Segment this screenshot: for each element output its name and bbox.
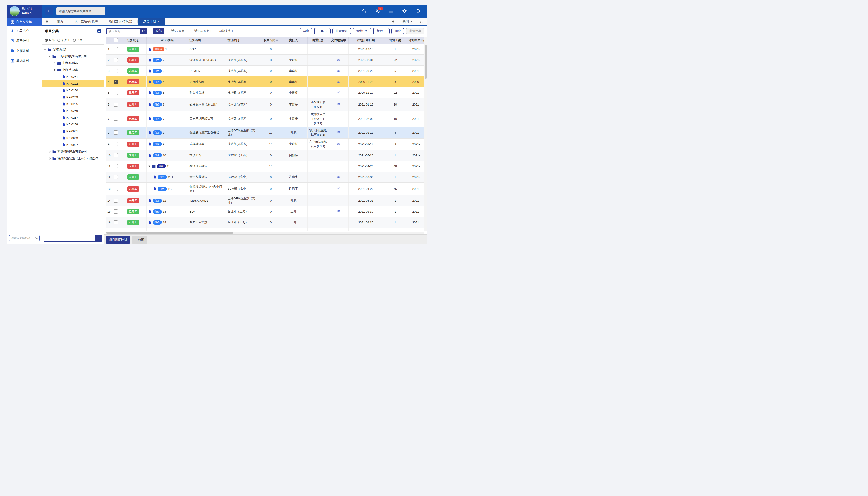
tree-item-上海-火花塞[interactable]: 上海-火花塞 (42, 66, 104, 73)
paperclip-icon[interactable] (337, 187, 340, 190)
vertical-scrollbar[interactable] (425, 36, 427, 231)
paperclip-icon[interactable] (337, 80, 340, 83)
toolbar-button-批量发布[interactable]: 批量发布 (332, 28, 351, 34)
sidebar-item-协同办公[interactable]: 协同办公 (7, 26, 42, 36)
column-header-WBS编码[interactable]: WBS编码 (146, 36, 188, 44)
global-search-input[interactable] (56, 7, 105, 15)
table-row[interactable]: 15已开工任务13ELV品证部（上海）0王卿2021-06-3012021- (106, 206, 424, 217)
select-all-checkbox[interactable] (114, 38, 118, 42)
paperclip-icon[interactable] (337, 103, 340, 106)
row-checkbox[interactable] (114, 47, 118, 51)
row-checkbox[interactable] (114, 69, 118, 73)
row-checkbox[interactable] (114, 187, 118, 191)
tabs-scroll-right-icon[interactable] (388, 18, 399, 26)
row-checkbox[interactable] (114, 130, 118, 135)
tree-caret-collapsed-icon[interactable] (53, 62, 56, 65)
messages-icon[interactable]: 6 (375, 9, 380, 14)
horizontal-scrollbar-thumb[interactable] (106, 232, 233, 234)
column-header-计划开始日期[interactable]: 计划开始日期 (348, 36, 383, 44)
column-header-交付物清单[interactable]: 交付物清单 (329, 36, 348, 44)
menu-icon[interactable] (388, 9, 394, 14)
row-checkbox[interactable] (114, 117, 118, 121)
tab-项目立项-火花塞[interactable]: 项目立项-火花塞 (69, 18, 103, 26)
paperclip-icon[interactable] (337, 130, 340, 134)
row-checkbox[interactable] (114, 142, 118, 146)
quick-search-input[interactable] (106, 28, 140, 34)
tree-item-KP-0249[interactable]: KP-0249 (42, 94, 104, 100)
quick-search-button[interactable] (140, 28, 147, 34)
table-row[interactable]: 5已开工任务5耐久件分析技术部(火花塞)0李建桥2020-12-17222021… (106, 87, 424, 98)
view-tab-项目进度计划[interactable]: 项目进度计划 (106, 236, 130, 244)
row-checkbox[interactable] (114, 164, 118, 168)
row-checkbox[interactable] (114, 199, 118, 203)
table-row[interactable]: 8已完工任务8营业发行量产准备书状上海OEM营业部（实业）10叶鹏客户承认图纸 … (106, 127, 424, 138)
vertical-scrollbar-thumb[interactable] (425, 45, 427, 79)
tab-项目立项-传感器[interactable]: 项目立项-传感器 (104, 18, 138, 26)
table-row[interactable]: 13未开工任务11.2物流模式确认（包含中间仓）SCM部（实业）0许腾宇2021… (106, 183, 424, 195)
tree-item-特殊陶业实业（上海）有限公司[interactable]: 特殊陶业实业（上海）有限公司 (42, 155, 104, 162)
column-header-责任部门[interactable]: 责任部门 (226, 36, 262, 44)
table-row[interactable]: 16已开工任务14客户工程监察品证部（上海）0王卿2021-06-3012021… (106, 217, 424, 228)
sidebar-item-项目计划[interactable]: 项目计划 (7, 36, 42, 46)
sidebar-item-基础资料[interactable]: 基础资料 (7, 56, 42, 66)
paperclip-icon[interactable] (337, 175, 340, 179)
avatar[interactable] (10, 6, 19, 16)
tree-item-KP-0001[interactable]: KP-0001 (42, 128, 104, 135)
tree-item-KP-0003[interactable]: KP-0003 (42, 135, 104, 141)
table-row[interactable]: 9已开工任务9式样确认票技术部(火花塞)10李建桥客户承认图纸 认可(FS,1)… (106, 138, 424, 150)
tree-caret-expanded-icon[interactable] (53, 68, 56, 72)
filter-近5天要完工[interactable]: 近5天要完工 (171, 29, 187, 33)
sidebar-item-文档资料[interactable]: 文档资料 (7, 46, 42, 56)
row-checkbox[interactable] (114, 80, 118, 84)
tree-item-KP-0257[interactable]: KP-0257 (42, 114, 104, 121)
paperclip-icon[interactable] (337, 58, 340, 62)
toolbar-button-新增[interactable]: 新增▼ (373, 28, 390, 34)
tree-item-KP-0252[interactable]: KP-0252 (42, 80, 104, 87)
row-checkbox[interactable] (114, 91, 118, 95)
tree-item-KP-0007[interactable]: KP-0007 (42, 141, 104, 148)
tree-item-上海特殊陶业有限公司[interactable]: 上海特殊陶业有限公司 (42, 53, 104, 60)
toolbar-button-导出[interactable]: 导出 (300, 28, 312, 34)
table-row[interactable]: 11未开工分组11物流相关确认102021-04-26482021- (106, 161, 424, 172)
table-row[interactable]: 17已开工任务15PPAP提交及认可品证部（上海）10王卿2021-08-302… (106, 228, 424, 231)
filter-超期未完工[interactable]: 超期未完工 (219, 29, 234, 33)
radio-未完工[interactable]: 未完工 (58, 38, 70, 42)
tree-caret-expanded-icon[interactable] (48, 55, 51, 58)
column-header-计划结束日期[interactable]: 计划结束日期 (407, 36, 424, 44)
table-row[interactable]: 6已开工任务6式样提示票（承认用）技术部(火花塞)0李建桥匹配性实验 (FS,1… (106, 98, 424, 111)
close-icon[interactable]: × (158, 20, 159, 24)
tabs-scroll-left-icon[interactable] (42, 18, 51, 26)
paperclip-icon[interactable] (337, 142, 340, 145)
row-checkbox[interactable] (114, 58, 118, 62)
panel-collapse-icon[interactable]: ◀ (97, 29, 101, 33)
column-header-计划工期[interactable]: 计划工期 (383, 36, 407, 44)
paperclip-icon[interactable] (337, 69, 340, 72)
close-tabs-dropdown[interactable]: 关闭 ▼ (399, 18, 416, 26)
row-checkbox[interactable] (114, 220, 118, 224)
sidebar-toggle-icon[interactable] (45, 7, 53, 15)
row-checkbox[interactable] (114, 103, 118, 107)
tree-search-button[interactable] (95, 235, 102, 242)
tree-caret-collapsed-icon[interactable] (48, 150, 51, 153)
tree-item-KP-0251[interactable]: KP-0251 (42, 73, 104, 80)
row-checkbox[interactable] (114, 210, 118, 214)
home-icon[interactable] (361, 9, 366, 14)
tree-item-常熟特殊陶业有限公司[interactable]: 常熟特殊陶业有限公司 (42, 148, 104, 155)
tree-filter-input[interactable] (44, 235, 95, 242)
paperclip-icon[interactable] (337, 91, 340, 94)
tree-item-上海-传感器[interactable]: 上海-传感器 (42, 60, 104, 66)
custom-menu-header[interactable]: 自定义菜单 (7, 18, 42, 26)
filter-近15天要完工[interactable]: 近15天要完工 (194, 29, 212, 33)
view-tab-甘特图[interactable]: 甘特图 (132, 236, 147, 244)
row-checkbox[interactable] (114, 175, 118, 179)
tree-item-KP-0259[interactable]: KP-0259 (42, 121, 104, 128)
row-checkbox[interactable] (114, 153, 118, 157)
column-header-任务名称[interactable]: 任务名称 (188, 36, 226, 44)
toolbar-button-删除[interactable]: 删除 (391, 28, 404, 34)
horizontal-scrollbar[interactable] (106, 232, 424, 234)
table-row[interactable]: 3未开工任务3DFMEA技术部(火花塞)0李建桥2021-08-2352021- (106, 65, 424, 76)
tab-首页[interactable]: 首页 (51, 18, 69, 26)
column-header-权重占比[interactable]: 权重占比 (262, 36, 280, 44)
logout-icon[interactable] (415, 9, 421, 14)
tab-进度计划[interactable]: 进度计划× (138, 18, 165, 26)
